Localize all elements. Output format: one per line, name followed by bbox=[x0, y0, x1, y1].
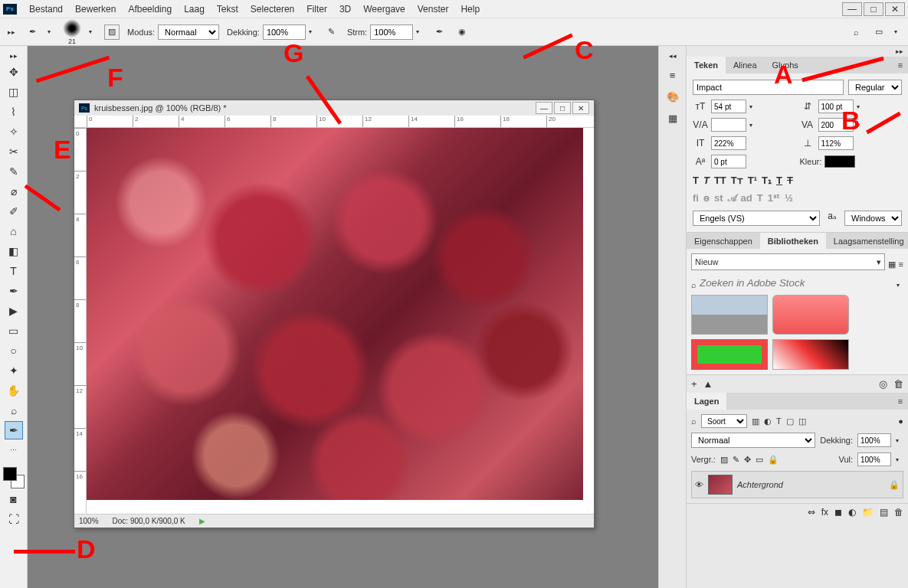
superscript-button[interactable]: T¹ bbox=[748, 175, 757, 186]
color-swatches[interactable] bbox=[3, 467, 25, 488]
move-tool[interactable]: ✥ bbox=[5, 63, 23, 81]
layer-opacity-input[interactable] bbox=[857, 433, 891, 447]
brush-panel-icon[interactable]: ▨ bbox=[104, 24, 120, 40]
new-layer-icon[interactable]: ▤ bbox=[880, 507, 888, 518]
filter-smart-icon[interactable]: ◫ bbox=[798, 416, 806, 426]
custom-shape-tool[interactable]: ✦ bbox=[5, 361, 23, 380]
close-button[interactable]: ✕ bbox=[885, 2, 905, 16]
eyedropper-tool[interactable]: ✎ bbox=[5, 162, 23, 181]
italic-button[interactable]: T bbox=[703, 175, 710, 186]
menu-afbeelding[interactable]: Afbeelding bbox=[122, 4, 178, 15]
menu-bewerken[interactable]: Bewerken bbox=[69, 4, 122, 15]
cc-icon[interactable]: ◎ bbox=[879, 378, 887, 390]
blend-mode-select[interactable]: Normaal bbox=[691, 433, 815, 448]
stock-search-input[interactable] bbox=[697, 275, 897, 290]
lock-all-icon[interactable]: 🔒 bbox=[768, 455, 779, 465]
expand-icon[interactable]: ◂◂ bbox=[667, 51, 678, 61]
font-family-input[interactable] bbox=[693, 80, 844, 95]
filter-toggle-icon[interactable]: ● bbox=[898, 416, 903, 426]
ruler-horizontal[interactable]: 02468101214161820 bbox=[74, 116, 594, 128]
collapse-icon[interactable]: ▸▸ bbox=[8, 51, 19, 61]
tab-lagen[interactable]: Lagen bbox=[687, 393, 726, 410]
ellipse-tool[interactable]: ○ bbox=[5, 341, 23, 360]
tab-glyphs[interactable]: Glyphs bbox=[765, 57, 806, 74]
baseline-input[interactable] bbox=[711, 155, 746, 168]
document-canvas[interactable] bbox=[87, 128, 583, 500]
contextual-button[interactable]: ɵ bbox=[703, 192, 710, 204]
workspace-icon[interactable]: ▭ bbox=[871, 24, 887, 40]
menu-venster[interactable]: Venster bbox=[411, 4, 455, 15]
vscale-input[interactable] bbox=[711, 136, 746, 150]
tab-bibliotheken[interactable]: Bibliotheken bbox=[760, 233, 826, 249]
opacity-input[interactable] bbox=[263, 24, 306, 40]
menu-selecteren[interactable]: Selecteren bbox=[244, 4, 300, 15]
zoom-level[interactable]: 100% bbox=[79, 517, 99, 525]
pressure-opacity-icon[interactable]: ✎ bbox=[324, 24, 339, 40]
doc-close-button[interactable]: ✕ bbox=[572, 102, 589, 114]
panel-menu-icon[interactable]: ≡ bbox=[893, 57, 908, 74]
layer-fill-input[interactable] bbox=[857, 452, 891, 466]
menu-help[interactable]: Help bbox=[454, 4, 486, 15]
collapse-icon[interactable]: ▸▸ bbox=[6, 27, 17, 38]
layer-filter-select[interactable]: Soort bbox=[701, 414, 747, 428]
library-item[interactable] bbox=[691, 295, 768, 335]
library-item[interactable] bbox=[691, 339, 768, 370]
marquee-tool[interactable]: ◫ bbox=[5, 83, 23, 101]
color-icon[interactable]: 🎨 bbox=[665, 89, 680, 104]
library-item[interactable] bbox=[772, 295, 849, 335]
status-arrow-icon[interactable]: ▶ bbox=[199, 517, 205, 525]
eraser-tool[interactable]: ◧ bbox=[5, 242, 23, 260]
tracking-input[interactable] bbox=[818, 118, 854, 132]
minimize-button[interactable]: — bbox=[842, 2, 862, 16]
add-content-icon[interactable]: + bbox=[691, 378, 697, 390]
rectangle-tool[interactable]: ▭ bbox=[5, 322, 23, 340]
doc-size-status[interactable]: Doc: 900,0 K/900,0 K bbox=[113, 517, 185, 525]
link-layers-icon[interactable]: ⇔ bbox=[808, 507, 815, 518]
layer-group-icon[interactable]: 📁 bbox=[862, 507, 874, 518]
discretionary-button[interactable]: st bbox=[714, 192, 723, 204]
ligatures-button[interactable]: fi bbox=[693, 192, 699, 204]
menu-3d[interactable]: 3D bbox=[333, 4, 357, 15]
chevron-down-icon[interactable]: ▾ bbox=[48, 28, 55, 35]
brush-tool[interactable]: ✐ bbox=[5, 202, 23, 220]
visibility-icon[interactable]: 👁 bbox=[695, 480, 703, 489]
chevron-down-icon[interactable]: ▾ bbox=[309, 28, 316, 35]
filter-pixel-icon[interactable]: ▥ bbox=[752, 416, 759, 426]
blend-mode-select[interactable]: Normaal bbox=[158, 24, 219, 40]
menu-weergave[interactable]: Weergave bbox=[357, 4, 411, 15]
chevron-down-icon[interactable]: ▾ bbox=[89, 28, 97, 35]
filter-shape-icon[interactable]: ▢ bbox=[786, 416, 794, 426]
library-select[interactable]: Nieuw▾ bbox=[691, 253, 885, 270]
zoom-tool[interactable]: ⌕ bbox=[5, 401, 23, 420]
lasso-tool[interactable]: ⌇ bbox=[5, 103, 23, 121]
list-view-icon[interactable]: ≡ bbox=[899, 260, 903, 269]
ruler-vertical[interactable]: 0246810121416 bbox=[74, 128, 87, 514]
font-style-select[interactable]: Regular bbox=[848, 80, 902, 95]
chevron-down-icon[interactable]: ▾ bbox=[416, 28, 424, 35]
menu-laag[interactable]: Laag bbox=[178, 4, 211, 15]
stylistic-button[interactable]: ad bbox=[741, 192, 752, 204]
menu-filter[interactable]: Filter bbox=[300, 4, 333, 15]
font-size-input[interactable] bbox=[711, 100, 746, 113]
strikethrough-button[interactable]: T bbox=[787, 175, 793, 186]
kerning-input[interactable] bbox=[711, 118, 746, 132]
hand-tool[interactable]: ✋ bbox=[5, 381, 23, 400]
text-color-swatch[interactable] bbox=[824, 155, 855, 168]
mixer-brush-tool[interactable]: ✒ bbox=[5, 421, 23, 439]
lock-position-icon[interactable]: ✥ bbox=[744, 455, 751, 465]
underline-button[interactable]: T bbox=[776, 175, 782, 186]
leading-input[interactable] bbox=[818, 100, 854, 113]
menu-bestand[interactable]: Bestand bbox=[23, 4, 69, 15]
tab-alinea[interactable]: Alinea bbox=[726, 57, 765, 74]
chevron-down-icon[interactable]: ▾ bbox=[894, 28, 902, 35]
layer-mask-icon[interactable]: ◼ bbox=[834, 507, 842, 518]
tab-teken[interactable]: Teken bbox=[687, 57, 726, 74]
delete-layer-icon[interactable]: 🗑 bbox=[894, 507, 903, 518]
filter-type-icon[interactable]: T bbox=[776, 416, 782, 426]
document-titlebar[interactable]: Ps kruisbessen.jpg @ 100% (RGB/8) * — □ … bbox=[74, 100, 594, 116]
edit-toolbar[interactable]: ⋯ bbox=[5, 441, 23, 459]
type-tool[interactable]: T bbox=[5, 262, 23, 280]
maximize-button[interactable]: □ bbox=[864, 2, 883, 16]
foreground-color-swatch[interactable] bbox=[3, 467, 17, 481]
doc-maximize-button[interactable]: □ bbox=[554, 102, 571, 114]
